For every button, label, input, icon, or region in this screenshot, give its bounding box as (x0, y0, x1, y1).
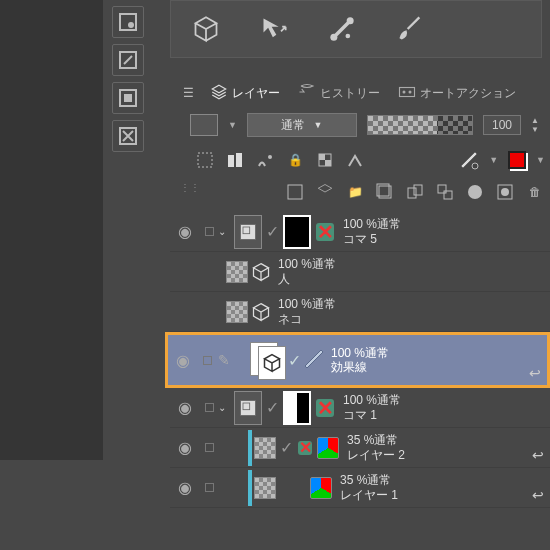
row-handle[interactable]: ⋮⋮ (180, 182, 192, 202)
move-arrow-icon[interactable] (255, 14, 293, 44)
check-icon: ✓ (286, 351, 303, 370)
mask-icon[interactable] (465, 182, 485, 202)
layer-row[interactable]: 100 %通常 人 (170, 252, 550, 292)
expand-toggle[interactable]: ⌄ (218, 226, 232, 237)
tab-autoaction[interactable]: オートアクション (392, 81, 522, 106)
transfer-icon[interactable] (405, 182, 425, 202)
visibility-toggle[interactable]: ◉ (170, 398, 200, 417)
layer-color-swatch[interactable] (508, 151, 526, 169)
blend-mode-select[interactable]: 通常 ▼ (247, 113, 357, 137)
chevron-down-icon[interactable]: ▼ (228, 120, 237, 130)
folder-thumb (234, 215, 262, 249)
visibility-toggle[interactable]: ◉ (170, 438, 200, 457)
svg-point-27 (468, 185, 482, 199)
selection-icon[interactable] (195, 150, 215, 170)
history-icon (298, 83, 316, 104)
layer-swatch[interactable] (190, 114, 218, 136)
svg-point-10 (403, 90, 406, 93)
layer-name: コマ 5 (343, 232, 401, 246)
panel-menu-icon[interactable]: ☰ (178, 83, 198, 103)
new-raster-icon[interactable] (285, 182, 305, 202)
visibility-toggle[interactable]: ◉ (170, 478, 200, 497)
chevron-down-icon[interactable]: ▼ (489, 155, 498, 165)
svg-point-8 (346, 34, 351, 39)
lock-icon[interactable]: 🔒 (285, 150, 305, 170)
lock-trans-icon[interactable] (315, 150, 335, 170)
svg-rect-24 (414, 185, 422, 195)
new-frame-icon[interactable] (375, 182, 395, 202)
layer-row-selected[interactable]: ◉ ✎ ✓ 100 %通常 効果線 ↩ (165, 332, 550, 388)
rgb-thumb-icon (317, 437, 339, 459)
panel-icon-3[interactable] (112, 82, 144, 114)
opacity-stepper[interactable]: ▲▼ (531, 115, 545, 135)
trash-icon[interactable]: 🗑 (525, 182, 545, 202)
autoaction-icon (398, 83, 416, 104)
layer-row[interactable]: 100 %通常 ネコ (170, 292, 550, 332)
chevron-down-icon[interactable]: ▼ (536, 155, 545, 165)
visibility-toggle[interactable]: ◉ (168, 351, 198, 370)
panel-icon-2[interactable] (112, 44, 144, 76)
lock-checkbox[interactable] (203, 356, 212, 365)
layer-thumb (226, 261, 248, 283)
ruler-icon[interactable] (459, 150, 479, 170)
mask-thumb (283, 391, 311, 425)
layer-row-folder[interactable]: ◉ ⌄ ✓ ✕ 100 %通常 コマ 1 (170, 388, 550, 428)
svg-rect-26 (444, 191, 452, 199)
disabled-x-icon: ✕ (313, 220, 337, 244)
tab-history[interactable]: ヒストリー (292, 81, 386, 106)
lock-checkbox[interactable] (205, 443, 214, 452)
layer-name: 効果線 (331, 360, 389, 374)
brush-tool-icon[interactable] (391, 14, 429, 44)
lock-checkbox[interactable] (205, 227, 214, 236)
ruler-return-icon[interactable]: ↩ (529, 365, 541, 381)
merge-icon[interactable] (435, 182, 455, 202)
expand-toggle[interactable]: ⌄ (218, 402, 232, 413)
panel-icon-1[interactable] (112, 6, 144, 38)
lock-px-icon[interactable] (345, 150, 365, 170)
clip-mask-icon[interactable] (225, 150, 245, 170)
layer-opacity-mode: 100 %通常 (331, 346, 389, 360)
opacity-slider[interactable] (367, 115, 473, 135)
apply-mask-icon[interactable] (495, 182, 515, 202)
rgb-thumb-icon (310, 477, 332, 499)
layer-name: レイヤー 1 (340, 488, 398, 502)
svg-point-29 (501, 188, 509, 196)
lock-checkbox[interactable] (205, 403, 214, 412)
top-toolbar (170, 0, 542, 58)
layer-name: レイヤー 2 (347, 448, 405, 462)
layer-name: コマ 1 (343, 408, 401, 422)
new-folder-icon[interactable]: 📁 (345, 182, 365, 202)
visibility-toggle[interactable]: ◉ (170, 222, 200, 241)
check-icon: ✓ (278, 438, 295, 457)
opacity-value[interactable]: 100 (483, 115, 521, 135)
svg-rect-12 (198, 153, 212, 167)
ruler-return-icon[interactable]: ↩ (532, 447, 544, 463)
bone-tool-icon[interactable] (323, 14, 361, 44)
layer-row-folder[interactable]: ◉ ⌄ ✓ ✕ 100 %通常 コマ 5 (170, 212, 550, 252)
layer-row[interactable]: ◉ 35 %通常 レイヤー 1 ↩ (170, 468, 550, 508)
layer-row[interactable]: ◉ ✓ ✕ 35 %通常 レイヤー 2 ↩ (170, 428, 550, 468)
layer-opacity-mode: 100 %通常 (343, 217, 401, 231)
svg-rect-9 (400, 87, 415, 96)
layer-thumb (254, 477, 276, 499)
new-vector-icon[interactable] (315, 182, 335, 202)
svg-rect-23 (408, 188, 416, 198)
ruler-return-icon[interactable]: ↩ (532, 487, 544, 503)
panel-tabs: ☰ レイヤー ヒストリー オートアクション (178, 80, 550, 106)
tab-layer[interactable]: レイヤー (204, 81, 286, 106)
layer-thumb (226, 301, 248, 323)
svg-rect-17 (319, 154, 325, 160)
tab-autoaction-label: オートアクション (420, 85, 516, 102)
cube-tool-icon[interactable] (187, 14, 225, 44)
lock-checkbox[interactable] (205, 483, 214, 492)
disabled-x-icon: ✕ (295, 438, 315, 458)
disabled-x-icon: ✕ (313, 396, 337, 420)
reference-icon[interactable] (255, 150, 275, 170)
tab-history-label: ヒストリー (320, 85, 380, 102)
layer-list: ◉ ⌄ ✓ ✕ 100 %通常 コマ 5 100 %通常 人 100 %通常 ネ… (170, 212, 550, 508)
cube-icon (250, 261, 272, 283)
draft-pencil-icon: ✎ (218, 352, 234, 368)
cube-icon (250, 301, 272, 323)
panel-icon-4[interactable] (112, 120, 144, 152)
side-icon-column (112, 0, 152, 158)
